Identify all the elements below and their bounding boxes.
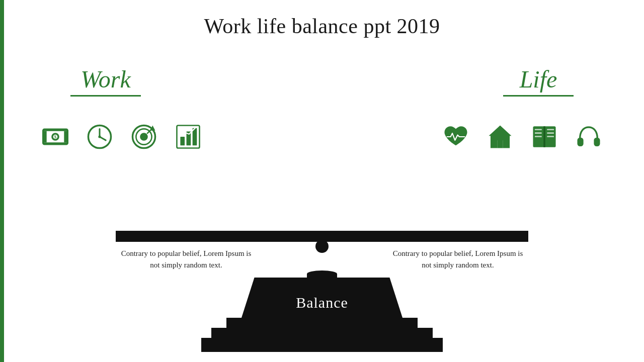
- svg-rect-31: [577, 138, 583, 146]
- labels-row: Work Life: [30, 65, 614, 97]
- clock-icon: [85, 122, 115, 152]
- svg-rect-4: [64, 131, 67, 143]
- work-label-text: Work: [80, 65, 131, 93]
- chart-icon: [173, 122, 203, 152]
- life-icons-group: [441, 122, 604, 152]
- book-icon: [529, 122, 559, 152]
- svg-rect-24: [543, 126, 545, 147]
- pedestal-wrapper: Balance: [30, 270, 614, 352]
- svg-rect-28: [547, 129, 554, 130]
- svg-rect-26: [535, 132, 542, 134]
- headphones-icon: [574, 122, 604, 152]
- balance-pivot: [315, 240, 329, 253]
- balance-scale: Contrary to popular belief, Lorem Ipsum …: [30, 231, 614, 352]
- money-icon: $: [40, 122, 70, 152]
- left-accent-bar: [0, 0, 4, 362]
- svg-rect-2: [43, 142, 68, 144]
- svg-rect-29: [547, 132, 554, 134]
- svg-rect-25: [535, 129, 542, 130]
- svg-rect-27: [535, 136, 542, 137]
- svg-rect-22: [498, 140, 503, 148]
- work-description: Contrary to popular belief, Lorem Ipsum …: [116, 248, 257, 270]
- work-section-label: Work: [70, 65, 141, 97]
- svg-rect-30: [547, 136, 554, 137]
- balance-label: Balance: [296, 284, 348, 311]
- home-icon: [485, 122, 515, 152]
- svg-text:$: $: [54, 134, 57, 139]
- life-label-underline: [503, 95, 574, 97]
- life-section-label: Life: [503, 65, 574, 97]
- svg-rect-3: [43, 131, 47, 143]
- life-description: Contrary to popular belief, Lorem Ipsum …: [387, 248, 528, 270]
- work-icons-group: $: [40, 122, 203, 152]
- beam-container: [116, 231, 528, 242]
- icons-row: $: [30, 122, 614, 152]
- svg-rect-18: [180, 137, 185, 145]
- life-label-text: Life: [520, 65, 557, 93]
- pedestal-step-2: [211, 328, 433, 338]
- pedestal: Balance: [201, 270, 443, 352]
- svg-point-11: [98, 135, 101, 138]
- pedestal-step-1: [226, 318, 418, 328]
- target-icon: [129, 122, 159, 152]
- pedestal-base: [201, 338, 443, 352]
- content-area: Work Life $: [30, 65, 614, 352]
- work-label-underline: [70, 95, 141, 97]
- pedestal-top: Balance: [242, 278, 403, 318]
- heart-rate-icon: [441, 122, 471, 152]
- page-title: Work life balance ppt 2019: [0, 0, 644, 38]
- svg-point-14: [140, 133, 148, 141]
- svg-rect-32: [594, 138, 600, 146]
- svg-rect-1: [43, 129, 68, 131]
